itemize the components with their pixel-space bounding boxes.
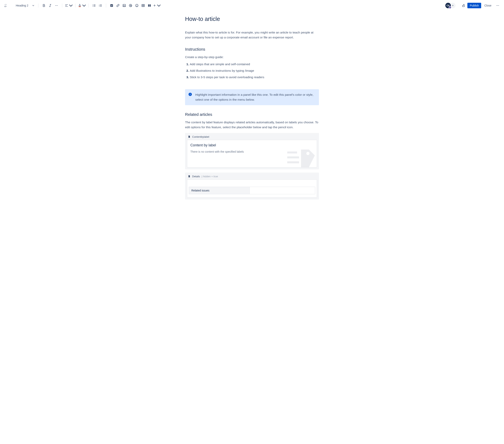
svg-point-27	[190, 93, 190, 94]
macro-meta: | hidden = true	[202, 175, 218, 178]
macro-body: Related issues	[187, 180, 317, 198]
divider	[38, 3, 38, 7]
list-item[interactable]: Add steps that are simple and self-conta…	[190, 62, 319, 67]
svg-rect-10	[110, 4, 113, 7]
svg-point-17	[137, 5, 137, 5]
list-item[interactable]: Stick to 3-5 steps per task to avoid ove…	[190, 75, 319, 80]
mention-button[interactable]	[127, 2, 134, 9]
chevron-down-icon	[157, 3, 161, 7]
document-icon	[188, 135, 191, 138]
related-paragraph[interactable]: The content by label feature displays re…	[185, 120, 319, 130]
editor-toolbar: Heading 2 123 CK C Publish	[0, 0, 504, 11]
svg-rect-30	[287, 161, 299, 163]
plus-icon	[451, 4, 454, 7]
svg-point-13	[129, 4, 132, 7]
svg-point-0	[55, 5, 56, 6]
macro-header: Details | hidden = true	[187, 175, 317, 180]
intro-paragraph[interactable]: Explain what this how-to article is for.…	[185, 30, 319, 40]
related-heading[interactable]: Related articles	[185, 112, 319, 117]
instructions-lead[interactable]: Create a step-by-step guide:	[185, 55, 319, 60]
svg-rect-26	[190, 94, 190, 95]
details-macro[interactable]: Details | hidden = true Related issues	[185, 173, 319, 200]
divider	[88, 3, 89, 7]
details-table[interactable]: Related issues	[189, 187, 315, 194]
svg-point-6	[93, 6, 93, 7]
table-row: Related issues	[189, 187, 315, 194]
step-list[interactable]: Add steps that are simple and self-conta…	[185, 62, 319, 80]
more-formatting-button[interactable]	[53, 2, 60, 9]
content-by-label-macro[interactable]: Contentbylabel Content by label There is…	[185, 133, 319, 169]
avatar-badge: C	[449, 6, 451, 9]
chevron-down-icon	[69, 3, 73, 7]
collaborators: CK C	[445, 3, 456, 8]
svg-text:3: 3	[99, 6, 99, 7]
svg-rect-3	[79, 6, 81, 7]
table-button[interactable]	[140, 2, 146, 9]
bold-button[interactable]	[41, 2, 47, 9]
text-style-selector[interactable]: Heading 2	[14, 3, 36, 8]
list-item[interactable]: Add illustrations to instructions by typ…	[190, 68, 319, 73]
document-icon	[188, 175, 191, 178]
chevron-down-icon	[32, 4, 34, 6]
more-actions-button[interactable]	[495, 2, 501, 9]
svg-point-22	[497, 5, 497, 6]
insert-button[interactable]	[153, 2, 161, 9]
svg-rect-28	[287, 151, 297, 153]
svg-point-24	[499, 5, 499, 6]
instructions-heading[interactable]: Instructions	[185, 47, 319, 52]
action-item-button[interactable]	[108, 2, 115, 9]
text-style-label: Heading 2	[16, 4, 28, 7]
label-illustration-icon	[285, 146, 317, 167]
text-color-button[interactable]	[78, 2, 86, 9]
bullet-list-button[interactable]	[91, 2, 97, 9]
page-title[interactable]: How-to article	[185, 16, 319, 22]
svg-rect-19	[148, 4, 149, 7]
italic-button[interactable]	[47, 2, 53, 9]
align-button[interactable]	[65, 2, 73, 9]
panel-text[interactable]: Highlight important information in a pan…	[195, 92, 316, 102]
avatar[interactable]: CK C	[445, 3, 451, 8]
svg-point-5	[93, 5, 93, 6]
svg-point-12	[124, 5, 124, 5]
info-icon	[188, 92, 192, 102]
macro-header: Contentbylabel	[187, 135, 317, 140]
svg-rect-20	[150, 4, 151, 7]
emoji-button[interactable]	[134, 2, 140, 9]
svg-point-23	[498, 5, 498, 6]
numbered-list-button[interactable]: 123	[97, 2, 104, 9]
macro-name: Contentbylabel	[192, 135, 209, 138]
svg-point-15	[135, 4, 138, 7]
svg-point-31	[306, 152, 309, 155]
confluence-logo-icon	[3, 3, 8, 8]
editor-content[interactable]: How-to article Explain what this how-to …	[177, 11, 327, 211]
image-button[interactable]	[121, 2, 127, 9]
svg-rect-21	[463, 5, 465, 7]
svg-point-1	[56, 5, 57, 6]
macro-name: Details	[192, 175, 200, 178]
table-cell-value[interactable]	[250, 187, 315, 194]
close-button[interactable]: Close	[482, 3, 494, 8]
restrictions-button[interactable]	[460, 2, 467, 9]
publish-button[interactable]: Publish	[467, 3, 481, 8]
info-panel[interactable]: Highlight important information in a pan…	[185, 89, 319, 105]
layouts-button[interactable]	[146, 2, 153, 9]
macro-body: Content by label There is no content wit…	[187, 140, 317, 167]
svg-rect-29	[287, 156, 299, 158]
link-button[interactable]	[115, 2, 121, 9]
divider	[75, 3, 75, 7]
svg-point-4	[93, 4, 93, 5]
svg-point-16	[136, 5, 136, 5]
svg-rect-18	[142, 4, 144, 7]
svg-point-2	[57, 5, 58, 6]
chevron-down-icon	[82, 3, 86, 7]
table-cell-label[interactable]: Related issues	[189, 187, 250, 194]
